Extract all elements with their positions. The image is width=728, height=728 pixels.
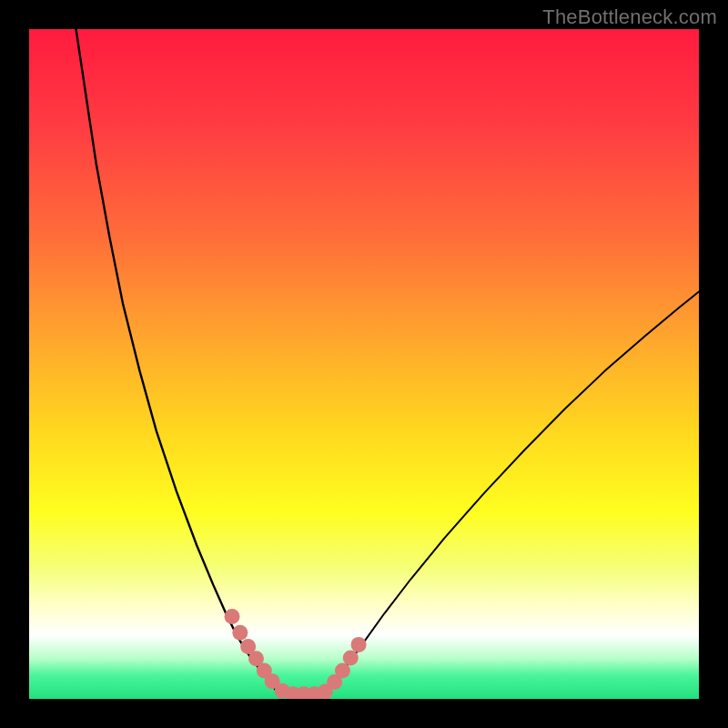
watermark-text: TheBottleneck.com: [542, 5, 717, 29]
plot-area: [29, 29, 699, 699]
marker-dot: [343, 651, 359, 666]
marker-dot: [232, 625, 248, 641]
chart-frame: TheBottleneck.com: [0, 0, 728, 728]
gradient-background: [29, 29, 699, 699]
marker-dot: [335, 663, 350, 679]
marker-dot: [225, 609, 240, 624]
chart-svg: [29, 29, 699, 699]
marker-dot: [351, 637, 367, 652]
